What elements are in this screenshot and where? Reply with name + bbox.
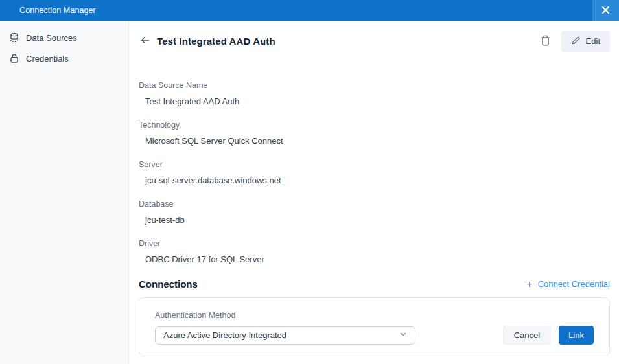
sidebar-item-credentials[interactable]: Credentials: [0, 48, 128, 69]
back-button[interactable]: [139, 34, 152, 49]
field-database: Database jcu-test-db: [139, 199, 610, 225]
connections-header: Connections + Connect Credential: [139, 279, 610, 290]
sidebar-item-label: Credentials: [26, 54, 69, 63]
close-button[interactable]: [592, 0, 619, 21]
connection-card: Authentication Method Azure Active Direc…: [139, 297, 610, 356]
card-actions: Cancel Link: [503, 326, 594, 345]
field-value: Microsoft SQL Server Quick Connect: [139, 136, 610, 146]
sidebar-item-label: Data Sources: [26, 33, 77, 43]
plus-icon: +: [526, 279, 532, 290]
card-row: Azure Active Directory Integrated Cancel…: [155, 326, 594, 345]
field-label: Database: [139, 199, 610, 209]
field-value: ODBC Driver 17 for SQL Server: [139, 255, 610, 265]
main-panel: Test Integrated AAD Auth: [129, 21, 619, 364]
cancel-button[interactable]: Cancel: [503, 326, 551, 345]
field-list: Data Source Name Test Integrated AAD Aut…: [139, 81, 610, 265]
page-header: Test Integrated AAD Auth: [139, 31, 610, 51]
titlebar: Connection Manager: [0, 0, 619, 21]
sidebar: Data Sources Credentials: [0, 21, 129, 364]
page-title: Test Integrated AAD Auth: [157, 36, 275, 47]
window-body: Data Sources Credentials: [0, 21, 619, 364]
field-value: Test Integrated AAD Auth: [139, 97, 610, 107]
field-value: jcu-sql-server.database.windows.net: [139, 176, 610, 186]
database-icon: [9, 32, 19, 43]
trash-icon: [540, 34, 551, 49]
edit-button-label: Edit: [586, 36, 600, 46]
connection-manager-window: Connection Manager Data Sources: [0, 0, 619, 364]
link-button[interactable]: Link: [559, 326, 594, 345]
connect-credential-link[interactable]: + Connect Credential: [526, 279, 610, 290]
connect-credential-label: Connect Credential: [538, 279, 610, 289]
field-label: Data Source Name: [139, 81, 610, 91]
field-server: Server jcu-sql-server.database.windows.n…: [139, 160, 610, 186]
close-icon: [602, 6, 609, 16]
field-label: Driver: [139, 239, 610, 249]
delete-button[interactable]: [539, 33, 552, 50]
field-technology: Technology Microsoft SQL Server Quick Co…: [139, 120, 610, 146]
window-title: Connection Manager: [19, 6, 96, 15]
field-label: Technology: [139, 120, 610, 130]
auth-method-selected-value: Azure Active Directory Integrated: [163, 330, 286, 340]
pencil-icon: [571, 36, 581, 47]
auth-method-label: Authentication Method: [155, 311, 594, 320]
auth-method-select[interactable]: Azure Active Directory Integrated: [155, 326, 415, 345]
field-label: Server: [139, 160, 610, 170]
lock-icon: [9, 53, 19, 63]
sidebar-item-data-sources[interactable]: Data Sources: [0, 27, 128, 48]
back-arrow-icon: [140, 35, 150, 47]
field-driver: Driver ODBC Driver 17 for SQL Server: [139, 239, 610, 265]
connections-title: Connections: [139, 279, 198, 290]
chevron-down-icon: [399, 330, 407, 340]
field-data-source-name: Data Source Name Test Integrated AAD Aut…: [139, 81, 610, 107]
header-actions: Edit: [539, 31, 610, 52]
edit-button[interactable]: Edit: [561, 31, 610, 52]
field-value: jcu-test-db: [139, 215, 610, 225]
